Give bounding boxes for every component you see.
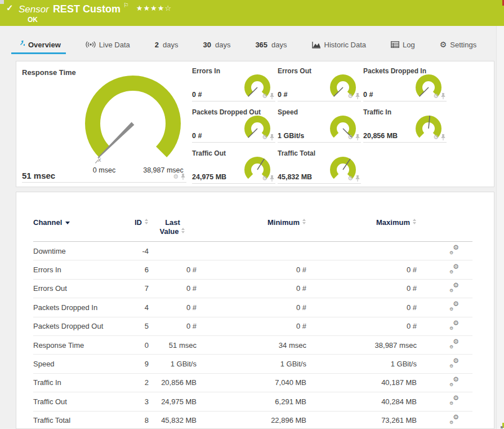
- tab-historic-data[interactable]: Historic Data: [307, 35, 371, 54]
- cell-last-value: 0 #: [149, 322, 197, 330]
- gear-icon[interactable]: ⚙: [262, 134, 267, 140]
- channel-settings-icon[interactable]: ⚙⚙: [449, 340, 459, 348]
- cell-id: -4: [118, 247, 149, 255]
- pin-icon[interactable]: [355, 175, 360, 182]
- channel-settings-icon[interactable]: ⚙⚙: [449, 359, 459, 368]
- cell-minimum: 0 #: [197, 284, 306, 293]
- cell-minimum: 7,040 MB: [197, 378, 306, 387]
- gauge-value: 0 #: [363, 91, 373, 99]
- tab-log[interactable]: Log: [386, 35, 420, 54]
- cell-maximum: 40,187 MB: [306, 378, 417, 387]
- pin-icon[interactable]: [355, 93, 360, 99]
- gauge-label: Errors Out: [278, 67, 311, 75]
- pin-icon[interactable]: [270, 175, 274, 182]
- priority-stars[interactable]: ★★★★☆: [136, 4, 172, 12]
- channel-settings-icon[interactable]: ⚙⚙: [449, 246, 459, 254]
- gauge-card[interactable]: Traffic Total 45,832 MB ⚙: [278, 149, 361, 184]
- table-row: Errors In 6 0 # 0 # 0 # ⚙⚙: [33, 260, 472, 279]
- table-row: Downtime -4 ⚙⚙: [33, 242, 472, 260]
- title-prefix: Sensor: [19, 4, 49, 15]
- gauge-value: 45,832 MB: [278, 173, 312, 181]
- pin-icon[interactable]: [181, 174, 185, 180]
- cell-channel: Traffic Out: [33, 397, 118, 406]
- channel-settings-icon[interactable]: ⚙⚙: [449, 284, 459, 292]
- scrollbar-track[interactable]: [496, 26, 504, 429]
- table-row: Errors Out 7 0 # 0 # 0 # ⚙⚙: [33, 280, 472, 298]
- gear-icon[interactable]: ⚙: [347, 175, 353, 182]
- log-icon: [391, 41, 399, 48]
- cell-minimum: 6,291 MB: [197, 397, 306, 406]
- gauge-card[interactable]: Packets Dropped In 0 # ⚙: [363, 67, 447, 101]
- table-row: Speed 9 1 GBit/s 1 GBit/s 1 GBit/s ⚙⚙: [33, 355, 472, 373]
- cell-minimum: 1 GBit/s: [197, 360, 306, 368]
- cell-maximum: 0 #: [306, 322, 417, 330]
- channel-settings-icon[interactable]: ⚙⚙: [449, 321, 459, 330]
- tab-overview[interactable]: Overview: [11, 35, 66, 54]
- gauge-icon: [16, 41, 25, 49]
- tab-settings[interactable]: ⚙ Settings: [435, 35, 482, 54]
- sort-icon: [413, 219, 417, 224]
- pin-icon[interactable]: [441, 93, 445, 99]
- gauge-label: Speed: [278, 108, 298, 116]
- tab-2-days[interactable]: 2 days: [150, 35, 184, 54]
- gear-icon[interactable]: ⚙: [262, 175, 267, 182]
- pin-icon[interactable]: [270, 93, 274, 99]
- table-row: Response Time 0 51 msec 34 msec 38,987 m…: [33, 336, 472, 355]
- gauge-min-label: 0 msec: [82, 166, 127, 174]
- cell-id: 0: [118, 341, 149, 350]
- gear-icon[interactable]: ⚙: [433, 93, 439, 99]
- tab-30-days[interactable]: 30 days: [198, 35, 235, 54]
- channel-settings-icon[interactable]: ⚙⚙: [449, 396, 459, 405]
- gear-icon[interactable]: ⚙: [433, 134, 439, 140]
- gear-icon[interactable]: ⚙: [347, 93, 353, 99]
- svg-text:x̄: x̄: [98, 156, 101, 163]
- pin-icon[interactable]: [355, 134, 360, 140]
- gauge-card[interactable]: Packets Dropped Out 0 # ⚙: [192, 108, 275, 143]
- table-row: Packets Dropped In 4 0 # 0 # 0 # ⚙⚙: [33, 298, 472, 317]
- ok-check-icon: ✓: [6, 3, 14, 13]
- sort-icon: [181, 228, 185, 233]
- gauge-value: 20,856 MB: [363, 132, 398, 140]
- tab-live-data[interactable]: Live Data: [81, 35, 135, 54]
- cell-id: 5: [118, 322, 149, 330]
- gear-icon[interactable]: ⚙: [347, 134, 353, 140]
- column-header-channel[interactable]: Channel: [33, 218, 118, 227]
- gauge-card[interactable]: Traffic Out 24,975 MB ⚙: [192, 149, 275, 184]
- cell-id: 9: [118, 360, 149, 368]
- gear-icon[interactable]: ⚙: [262, 93, 267, 99]
- cell-last-value: 51 msec: [149, 341, 197, 350]
- gauge-card[interactable]: Errors Out 0 # ⚙: [278, 67, 361, 101]
- cell-minimum: 0 #: [197, 266, 306, 274]
- column-header-last-value[interactable]: Last Value: [149, 218, 197, 236]
- channel-settings-icon[interactable]: ⚙⚙: [449, 415, 459, 424]
- channel-settings-icon[interactable]: ⚙⚙: [449, 265, 459, 273]
- table-row: Traffic In 2 20,856 MB 7,040 MB 40,187 M…: [33, 374, 472, 392]
- table-row: Traffic Out 3 24,975 MB 6,291 MB 40,284 …: [33, 392, 472, 411]
- flag-icon[interactable]: ⚐: [123, 2, 129, 8]
- cell-id: 8: [118, 416, 149, 424]
- cell-channel: Downtime: [33, 247, 118, 255]
- gauge-card[interactable]: Speed 1 GBit/s ⚙: [278, 108, 361, 143]
- table-body: Downtime -4 ⚙⚙ Errors In 6 0 # 0 # 0 # ⚙…: [33, 242, 472, 429]
- channel-settings-icon[interactable]: ⚙⚙: [449, 302, 459, 311]
- channel-settings-icon[interactable]: ⚙⚙: [449, 378, 459, 386]
- gear-icon[interactable]: ⚙: [173, 174, 179, 180]
- gauge-label: Traffic Total: [278, 149, 315, 157]
- gauge-card[interactable]: Errors In 0 # ⚙: [192, 67, 275, 101]
- cell-channel: Packets Dropped In: [33, 303, 118, 312]
- gauge-card[interactable]: Traffic In 20,856 MB ⚙: [363, 108, 447, 143]
- column-header-minimum[interactable]: Minimum: [197, 218, 306, 227]
- cell-channel: Errors Out: [33, 284, 118, 293]
- tab-365-days[interactable]: 365 days: [250, 35, 292, 54]
- cell-maximum: 1 GBit/s: [306, 360, 417, 368]
- cell-id: 7: [118, 284, 149, 293]
- column-header-maximum[interactable]: Maximum: [306, 218, 417, 227]
- cell-channel: Errors In: [33, 266, 118, 274]
- column-header-id[interactable]: ID: [118, 218, 149, 227]
- pin-icon[interactable]: [441, 134, 445, 140]
- settings-gear-icon: ⚙: [440, 41, 447, 48]
- pin-icon[interactable]: [270, 134, 274, 140]
- cell-last-value: 20,856 MB: [149, 378, 197, 387]
- primary-gauge-card[interactable]: Response Time x̄ 0 msec 38,987 msec 51 m…: [22, 67, 186, 183]
- cell-minimum: 0 #: [197, 303, 306, 312]
